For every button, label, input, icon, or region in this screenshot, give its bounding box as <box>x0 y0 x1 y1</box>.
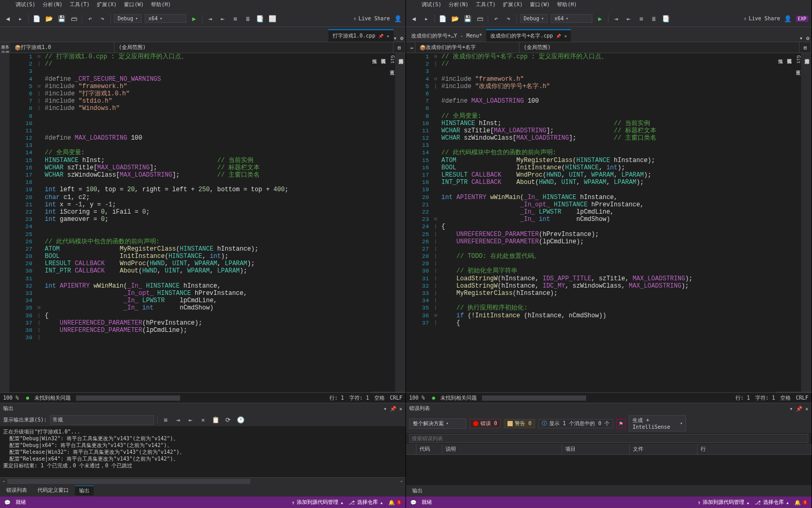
menu-item[interactable]: 帮助(H) <box>151 1 171 9</box>
start-debug-icon[interactable]: ▶ <box>189 14 199 23</box>
new-icon[interactable]: 📄 <box>438 14 447 23</box>
zoom-level[interactable]: 100 % <box>409 395 425 401</box>
tb-icon[interactable]: ≡ <box>161 415 170 425</box>
menubar[interactable]: 调试(S)分析(N)工具(T)扩展(X)窗口(W)帮助(H) <box>406 0 811 10</box>
side-panel-tab[interactable]: 资源视图 <box>785 53 794 392</box>
menu-item[interactable]: 工具(T) <box>476 1 496 9</box>
pin-icon[interactable]: 📌 <box>390 406 396 412</box>
menu-item[interactable]: 扩展(X) <box>503 1 523 9</box>
tb-icon[interactable]: ≣ <box>243 14 252 23</box>
tb-icon[interactable]: ⇥ <box>206 14 215 23</box>
undo-icon[interactable]: ↶ <box>85 14 95 23</box>
scm-add[interactable]: ↑ 添加到源代码管理 ▴ <box>697 499 750 506</box>
tb-icon[interactable]: ≡ <box>231 14 240 23</box>
split-icon[interactable]: ⊞ <box>394 42 405 53</box>
fold-column[interactable]: ⊟|⊟|||⊟|||| <box>35 53 43 392</box>
close-icon[interactable]: ✕ <box>805 406 808 412</box>
nav-scope-global[interactable]: (全局范围) <box>519 42 800 53</box>
output-source-select[interactable]: 常规 <box>50 415 154 425</box>
open-icon[interactable]: 📂 <box>44 14 54 23</box>
close-icon[interactable]: ✕ <box>387 34 389 39</box>
errorlist-source[interactable]: 生成 + IntelliSense <box>629 415 686 431</box>
menu-item[interactable]: 分析(N) <box>43 1 62 9</box>
error-filter[interactable]: 错误 0 <box>470 419 501 428</box>
scm-add[interactable]: ↑ 添加到源代码管理 ▴ <box>291 499 344 506</box>
tb-icon[interactable]: ⬜ <box>268 14 277 23</box>
line-ending[interactable]: CRLF <box>390 395 402 401</box>
tb-icon[interactable]: ⇥ <box>612 14 621 23</box>
chat-icon[interactable]: 💬 <box>4 500 10 505</box>
feedback-icon[interactable]: 👤 <box>393 14 402 23</box>
side-tool-tabs[interactable] <box>0 53 9 392</box>
nav-scope-project[interactable]: 📦 打字游戏1.0 <box>10 42 115 53</box>
menu-item[interactable]: 分析(N) <box>449 1 468 9</box>
menu-item[interactable]: 窗口(W) <box>124 1 144 9</box>
new-icon[interactable]: 📄 <box>32 14 41 23</box>
right-side-panels[interactable]: 解决方案资源管理器Git 更改资源视图属性 <box>801 53 811 392</box>
menubar[interactable]: 调试(S)分析(N)工具(T)扩展(X)窗口(W)帮助(H) <box>0 0 405 10</box>
errorlist-scope[interactable]: 整个解决方案 <box>409 418 466 429</box>
dropdown-icon[interactable]: ▾ <box>790 406 793 412</box>
nav-back-icon[interactable]: ◀ <box>409 14 418 23</box>
tb-icon[interactable]: ≡ <box>637 14 646 23</box>
code-editor[interactable]: // 改成你们的学号+名字.cpp : 定义应用程序的入口点。// #inclu… <box>439 53 801 392</box>
tb-icon[interactable]: 📑 <box>662 14 671 23</box>
tb-icon[interactable]: 📑 <box>256 14 265 23</box>
tb-icon[interactable]: ⇤ <box>218 14 227 23</box>
redo-icon[interactable]: ↷ <box>504 14 513 23</box>
platform-dropdown[interactable]: x64 <box>551 14 592 23</box>
menu-item[interactable]: 调试(S) <box>422 1 441 9</box>
tab-active[interactable]: 打字游戏1.0.cpp 📌 ✕ <box>328 29 394 42</box>
nav-back-icon[interactable]: ◀ <box>3 14 12 23</box>
saveall-icon[interactable]: 🗃 <box>475 14 485 23</box>
save-icon[interactable]: 💾 <box>57 14 66 23</box>
indent-mode[interactable]: 空格 <box>780 394 791 402</box>
tb-icon[interactable]: 🕐 <box>236 415 245 425</box>
repo-select[interactable]: ⎇ 选择仓库 ▴ <box>349 499 383 506</box>
tb-icon[interactable]: ✕ <box>198 415 208 425</box>
side-panel-tab[interactable]: 属性 <box>776 53 785 392</box>
open-icon[interactable]: 📂 <box>450 14 460 23</box>
tb-icon[interactable]: ⟳ <box>223 415 233 425</box>
start-debug-icon[interactable]: ▶ <box>595 14 605 23</box>
bottom-tab[interactable]: 错误列表 <box>2 486 31 495</box>
dropdown-icon[interactable]: ▾ <box>394 35 397 42</box>
undo-icon[interactable]: ↶ <box>491 14 501 23</box>
menu-item[interactable]: 帮助(H) <box>557 1 577 9</box>
gear-icon[interactable]: ⚙ <box>400 35 403 42</box>
nav-fwd-icon[interactable]: ▸ <box>422 14 431 23</box>
repo-select[interactable]: ⎇ 选择仓库 ▴ <box>755 499 789 506</box>
side-panel-tab[interactable]: Git 更改 <box>794 53 803 392</box>
warning-filter[interactable]: ⚠警告 0 <box>504 419 535 428</box>
split-icon[interactable]: ⊞ <box>800 42 811 53</box>
config-dropdown[interactable]: Debug <box>520 14 548 23</box>
h-scroll[interactable]: ◂▸ <box>0 477 405 485</box>
nav-scope-project[interactable]: 📦 改成你们的学号+名字 <box>415 42 519 53</box>
menu-item[interactable]: 工具(T) <box>70 1 90 9</box>
close-icon[interactable]: ✕ <box>399 406 402 412</box>
close-icon[interactable]: ✕ <box>564 34 567 39</box>
message-filter[interactable]: ⓘ显示 1 个消息中的 0 个 <box>538 419 613 428</box>
config-dropdown[interactable]: Debug <box>114 14 142 23</box>
gear-icon[interactable]: ⚙ <box>806 35 809 42</box>
side-panel-tab[interactable]: 解决方案资源管理器 <box>397 53 405 392</box>
notification-icon[interactable]: 🔔1 <box>794 500 807 505</box>
saveall-icon[interactable]: 🗃 <box>69 14 79 23</box>
platform-dropdown[interactable]: x64 <box>145 14 186 23</box>
tab-inactive[interactable]: 改成你们的学号+…Y - Menu* <box>407 30 486 42</box>
output-text[interactable]: 正在升级项目"打字游戏1.0"... 配置"Debug|Win32": 将平台工… <box>0 426 405 477</box>
pin-icon[interactable]: 📌 <box>556 34 561 39</box>
pin-icon[interactable]: 📌 <box>796 406 802 412</box>
dropdown-icon[interactable]: ▾ <box>800 35 803 42</box>
tb-icon[interactable]: ⇤ <box>624 14 633 23</box>
right-side-panels[interactable]: 解决方案资源管理器Git 更改资源视图属性 <box>395 53 405 392</box>
redo-icon[interactable]: ↷ <box>98 14 107 23</box>
tb-icon[interactable]: ⇥ <box>173 415 183 425</box>
nav-icon[interactable]: ↔ <box>406 42 415 53</box>
side-panel-tab[interactable]: 资源视图 <box>379 53 388 392</box>
indent-mode[interactable]: 空格 <box>374 394 385 402</box>
tab-active[interactable]: 改成你们的学号+名字.cpp 📌 ✕ <box>486 29 571 42</box>
h-scrollbar[interactable] <box>482 395 586 401</box>
fold-column[interactable]: ⊟|⊟|⊟||||||||||||⊟| <box>432 53 439 392</box>
liveshare-button[interactable]: ⇪Live Share <box>743 16 780 21</box>
